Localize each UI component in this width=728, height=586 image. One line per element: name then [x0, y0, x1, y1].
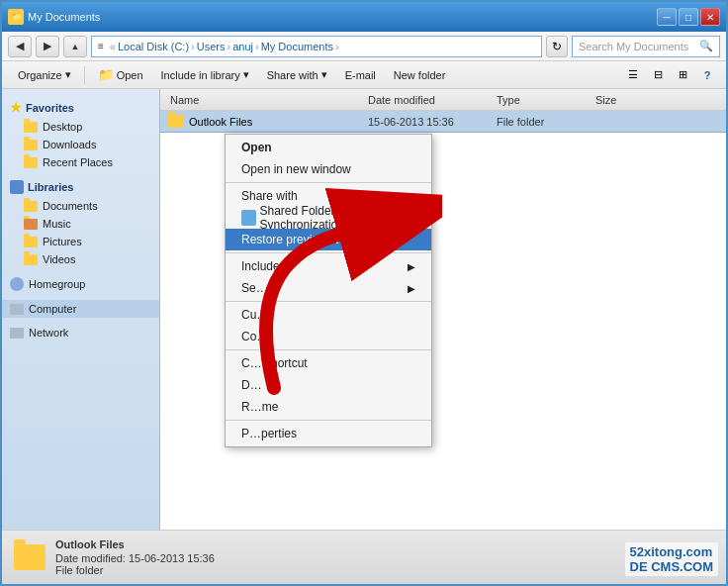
forward-button[interactable]: ▶ — [36, 36, 59, 57]
file-name-cell: Outlook Files — [164, 115, 362, 128]
watermark: 52xitong.com DE CMS.COM — [625, 542, 719, 576]
libraries-header[interactable]: Libraries — [2, 177, 159, 197]
ctx-include-label: Include in — [241, 259, 292, 273]
toolbar: Organize ▾ 📁 Open Include in library ▾ S… — [2, 61, 726, 89]
recent-places-label: Recent Places — [43, 156, 113, 168]
ctx-open-new-window[interactable]: Open in new window — [226, 158, 431, 180]
column-name[interactable]: Name — [164, 94, 362, 106]
recent-places-icon — [24, 157, 38, 168]
status-folder-name: Outlook Files — [55, 538, 215, 550]
ctx-send-to-label: Se… — [241, 281, 268, 295]
back-button[interactable]: ◀ — [8, 36, 32, 57]
libraries-label: Libraries — [28, 181, 73, 193]
title-bar-left: 📁 My Documents — [8, 9, 100, 25]
ctx-rename[interactable]: R…me — [226, 396, 431, 418]
include-label: Include in library — [161, 69, 240, 81]
homegroup-label: Homegroup — [29, 278, 85, 290]
documents-folder-icon — [24, 201, 38, 212]
ctx-cut[interactable]: Cu… — [226, 304, 431, 326]
documents-label: Documents — [43, 200, 98, 212]
view-list-button[interactable]: ⊟ — [647, 64, 669, 86]
address-bar: ◀ ▶ ▲ ≡ « Local Disk (C:) › Users › anuj… — [2, 32, 726, 61]
sidebar-item-recent-places[interactable]: Recent Places — [2, 153, 159, 171]
pictures-label: Pictures — [43, 236, 82, 247]
open-button[interactable]: 📁 Open — [90, 64, 151, 86]
ctx-share-with-arrow: ▶ — [408, 191, 415, 202]
new-folder-button[interactable]: New folder — [386, 64, 454, 86]
ctx-open-new-window-label: Open in new window — [241, 162, 351, 176]
view-details-button[interactable]: ☰ — [622, 64, 644, 86]
watermark-line1: 52xitong.com — [630, 544, 714, 559]
organize-button[interactable]: Organize ▾ — [10, 64, 79, 86]
sidebar-item-desktop[interactable]: Desktop — [2, 118, 159, 136]
sidebar-item-network[interactable]: Network — [2, 324, 159, 342]
help-button[interactable]: ? — [696, 64, 718, 86]
breadcrumb-local-disk[interactable]: Local Disk (C:) — [118, 41, 189, 52]
ctx-delete[interactable]: D… — [226, 374, 431, 396]
toolbar-separator-1 — [84, 66, 85, 84]
ctx-shared-folder-sync[interactable]: Shared Folder Synchronization ▶ — [226, 207, 431, 229]
include-in-library-button[interactable]: Include in library ▾ — [153, 64, 257, 86]
column-size[interactable]: Size — [590, 94, 669, 106]
maximize-button[interactable]: □ — [679, 8, 698, 26]
email-label: E-mail — [345, 69, 376, 81]
table-row[interactable]: Outlook Files 15-06-2013 15:36 File fold… — [160, 111, 726, 133]
sidebar-item-pictures[interactable]: Pictures — [2, 233, 159, 250]
column-date-modified[interactable]: Date modified — [362, 94, 491, 106]
breadcrumb-my-documents[interactable]: My Documents — [261, 41, 333, 52]
ctx-delete-label: D… — [241, 378, 262, 392]
ctx-separator-5 — [226, 420, 431, 421]
file-type: File folder — [491, 116, 590, 128]
ctx-restore-previous-label: Restore previous versions — [241, 233, 379, 246]
ctx-properties[interactable]: P…perties — [226, 423, 431, 444]
file-name: Outlook Files — [189, 116, 252, 128]
email-button[interactable]: E-mail — [337, 64, 384, 86]
network-section: Network — [2, 324, 159, 342]
sidebar: ★ Favorites Desktop Downloads Recent Pla… — [2, 89, 160, 530]
ctx-copy[interactable]: Co… — [226, 326, 431, 347]
sidebar-item-homegroup[interactable]: Homegroup — [2, 274, 159, 294]
computer-label: Computer — [29, 303, 76, 315]
ctx-separator-2 — [226, 252, 431, 253]
window-title: My Documents — [28, 11, 100, 23]
downloads-label: Downloads — [43, 139, 96, 150]
status-info: Outlook Files Date modified: 15-06-2013 … — [55, 538, 215, 576]
desktop-label: Desktop — [43, 121, 82, 133]
ctx-restore-previous[interactable]: Restore previous versions — [226, 229, 431, 250]
share-with-button[interactable]: Share with ▾ — [259, 64, 335, 86]
computer-icon — [10, 304, 24, 315]
column-type[interactable]: Type — [491, 94, 590, 106]
ctx-send-to[interactable]: Se… ▶ — [226, 277, 431, 299]
close-button[interactable]: ✕ — [700, 8, 720, 26]
address-path[interactable]: ≡ « Local Disk (C:) › Users › anuj › My … — [91, 36, 542, 57]
sidebar-item-music[interactable]: Music — [2, 215, 159, 233]
favorites-section: ★ Favorites Desktop Downloads Recent Pla… — [2, 97, 159, 171]
up-button[interactable]: ▲ — [63, 36, 87, 57]
open-label: Open — [117, 69, 143, 81]
favorites-header[interactable]: ★ Favorites — [2, 97, 159, 118]
minimize-button[interactable]: ─ — [657, 8, 677, 26]
favorites-star-icon: ★ — [10, 100, 22, 115]
desktop-folder-icon — [24, 122, 38, 133]
title-bar: 📁 My Documents ─ □ ✕ — [2, 2, 726, 32]
sidebar-item-videos[interactable]: Videos — [2, 250, 159, 268]
sidebar-item-documents[interactable]: Documents — [2, 197, 159, 215]
refresh-button[interactable]: ↻ — [546, 36, 568, 57]
ctx-include-in-library[interactable]: Include in ▶ — [226, 255, 431, 277]
sidebar-item-downloads[interactable]: Downloads — [2, 136, 159, 153]
search-icon[interactable]: 🔍 — [699, 40, 713, 52]
ctx-open[interactable]: Open — [226, 137, 431, 158]
title-bar-controls: ─ □ ✕ — [657, 8, 720, 26]
ctx-rename-label: R…me — [241, 400, 278, 414]
breadcrumb-users[interactable]: Users — [197, 41, 226, 52]
status-folder-icon — [14, 544, 46, 570]
share-chevron: ▾ — [321, 68, 327, 81]
view-tiles-button[interactable]: ⊞ — [672, 64, 693, 86]
ctx-send-to-arrow: ▶ — [408, 283, 415, 294]
ctx-share-with-label: Share with — [241, 189, 298, 203]
sidebar-item-computer[interactable]: Computer — [2, 300, 159, 318]
search-box[interactable]: Search My Documents 🔍 — [572, 36, 720, 57]
ctx-create-shortcut[interactable]: C… shortcut — [226, 352, 431, 374]
share-with-label: Share with — [267, 69, 318, 81]
breadcrumb-anuj[interactable]: anuj — [232, 41, 253, 52]
